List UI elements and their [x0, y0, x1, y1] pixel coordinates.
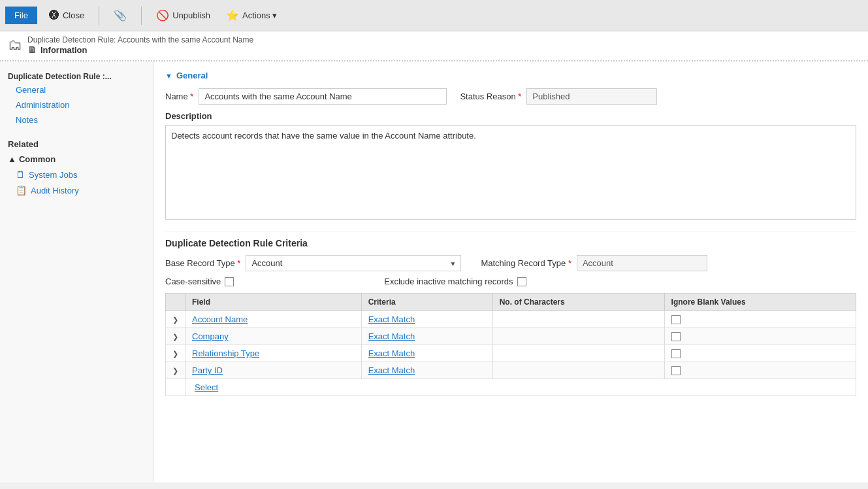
- name-label: Name *: [165, 92, 193, 101]
- sidebar-section-title: Duplicate Detection Rule :...: [0, 68, 153, 82]
- matching-record-type-field: Matching Record Type *: [481, 255, 707, 271]
- general-section-header[interactable]: ▼ General: [165, 71, 856, 80]
- description-textarea[interactable]: Detects account records that have the sa…: [165, 125, 856, 220]
- page-title: 🗎 Information: [27, 44, 253, 55]
- breadcrumb: Duplicate Detection Rule: Accounts with …: [27, 35, 253, 44]
- row-field-3: Party ID: [185, 362, 362, 379]
- base-record-type-wrapper: Account ▼: [246, 255, 461, 271]
- criteria-link-1[interactable]: Exact Match: [368, 331, 415, 341]
- col-criteria: Criteria: [361, 294, 492, 311]
- case-sensitive-label: Case-sensitive: [165, 277, 221, 286]
- audit-history-icon: 📋: [16, 185, 27, 195]
- criteria-table: Field Criteria No. of Characters Ignore …: [165, 293, 856, 396]
- criteria-row-2: Case-sensitive Exclude inactive matching…: [165, 277, 856, 286]
- name-required: *: [190, 92, 193, 101]
- name-row: Name * Status Reason *: [165, 88, 856, 105]
- close-icon: 🅧: [49, 10, 59, 22]
- criteria-row-1: Base Record Type * Account ▼ Matching Re…: [165, 255, 856, 271]
- row-ignore-3: [664, 362, 856, 379]
- breadcrumb-area: 🗂 Duplicate Detection Rule: Accounts wit…: [0, 31, 868, 61]
- sidebar-common-title: ▲ Common: [0, 152, 153, 167]
- row-expand-1: ❯: [166, 328, 185, 345]
- row-ignore-2: [664, 345, 856, 362]
- table-row: ❯ Account Name Exact Match: [166, 311, 856, 328]
- base-record-type-label: Base Record Type *: [165, 258, 240, 268]
- exclude-inactive-field: Exclude inactive matching records: [384, 277, 526, 286]
- sidebar-item-system-jobs[interactable]: 🗒 System Jobs: [0, 167, 153, 182]
- sidebar-sep: [0, 127, 153, 134]
- record-icon: 🗂: [8, 37, 22, 54]
- actions-icon: ⭐: [226, 9, 239, 22]
- attachment-button[interactable]: 📎: [110, 7, 131, 24]
- sidebar-item-audit-history[interactable]: 📋 Audit History: [0, 182, 153, 198]
- status-required: *: [518, 92, 521, 101]
- exclude-inactive-checkbox[interactable]: [517, 277, 526, 286]
- row-expand-3: ❯: [166, 362, 185, 379]
- row-criteria-1: Exact Match: [361, 328, 492, 345]
- separator-1: [99, 7, 99, 25]
- ignore-checkbox-2[interactable]: [671, 349, 681, 358]
- col-chars: No. of Characters: [492, 294, 664, 311]
- name-field: Name *: [165, 88, 447, 105]
- case-sensitive-field: Case-sensitive: [165, 277, 234, 286]
- ignore-checkbox-0[interactable]: [671, 315, 681, 324]
- description-label: Description: [165, 111, 856, 121]
- attachment-icon: 📎: [114, 9, 127, 22]
- close-label: Close: [63, 10, 84, 20]
- row-field-2: Relationship Type: [185, 345, 362, 362]
- file-button[interactable]: File: [5, 7, 37, 24]
- general-section-label: General: [176, 71, 208, 80]
- base-record-type-select[interactable]: Account: [246, 255, 461, 271]
- unpublish-label: Unpublish: [172, 10, 210, 20]
- unpublish-icon: 🚫: [156, 9, 169, 22]
- row-chars-0: [492, 311, 664, 328]
- field-link-2[interactable]: Relationship Type: [192, 348, 259, 358]
- row-expand-0: ❯: [166, 311, 185, 328]
- row-chars-3: [492, 362, 664, 379]
- base-record-type-field: Base Record Type * Account ▼: [165, 255, 461, 271]
- row-chars-1: [492, 328, 664, 345]
- ignore-checkbox-1[interactable]: [671, 332, 681, 341]
- main-layout: Duplicate Detection Rule :... General Ad…: [0, 61, 868, 482]
- sidebar-item-notes[interactable]: Notes: [0, 112, 153, 127]
- status-reason-label: Status Reason *: [460, 92, 521, 101]
- close-button[interactable]: 🅧 Close: [45, 7, 88, 24]
- field-link-3[interactable]: Party ID: [192, 365, 223, 375]
- unpublish-button[interactable]: 🚫 Unpublish: [152, 7, 214, 24]
- system-jobs-icon: 🗒: [16, 169, 25, 180]
- separator-2: [141, 7, 142, 25]
- field-link-1[interactable]: Company: [192, 331, 229, 341]
- row-chars-2: [492, 345, 664, 362]
- actions-button[interactable]: ⭐ Actions ▾: [222, 7, 281, 24]
- field-link-0[interactable]: Account Name: [192, 314, 248, 324]
- status-reason-field: Status Reason *: [460, 88, 657, 105]
- criteria-link-3[interactable]: Exact Match: [368, 365, 415, 375]
- general-collapse-icon: ▼: [165, 72, 172, 80]
- row-ignore-0: [664, 311, 856, 328]
- row-ignore-1: [664, 328, 856, 345]
- page-title-icon: 🗎: [27, 44, 37, 55]
- row-expand-2: ❯: [166, 345, 185, 362]
- criteria-section-title: Duplicate Detection Rule Criteria: [165, 231, 856, 248]
- sidebar-item-administration[interactable]: Administration: [0, 97, 153, 112]
- name-input[interactable]: [199, 88, 447, 105]
- col-expand: [166, 294, 185, 311]
- sidebar-item-general[interactable]: General: [0, 82, 153, 97]
- ignore-checkbox-3[interactable]: [671, 366, 681, 375]
- row-criteria-3: Exact Match: [361, 362, 492, 379]
- collapse-icon: ▲: [8, 154, 16, 164]
- table-row: ❯ Company Exact Match: [166, 328, 856, 345]
- select-link[interactable]: Select: [192, 382, 218, 392]
- sidebar: Duplicate Detection Rule :... General Ad…: [0, 61, 153, 482]
- case-sensitive-checkbox[interactable]: [225, 277, 234, 286]
- description-section: Description Detects account records that…: [165, 111, 856, 222]
- table-row: ❯ Relationship Type Exact Match: [166, 345, 856, 362]
- row-field-1: Company: [185, 328, 362, 345]
- status-reason-input: [526, 88, 657, 105]
- table-row: ❯ Party ID Exact Match: [166, 362, 856, 379]
- criteria-link-2[interactable]: Exact Match: [368, 348, 415, 358]
- table-header-row: Field Criteria No. of Characters Ignore …: [166, 294, 856, 311]
- matching-record-type-label: Matching Record Type *: [481, 258, 571, 268]
- criteria-link-0[interactable]: Exact Match: [368, 314, 415, 324]
- col-field: Field: [185, 294, 362, 311]
